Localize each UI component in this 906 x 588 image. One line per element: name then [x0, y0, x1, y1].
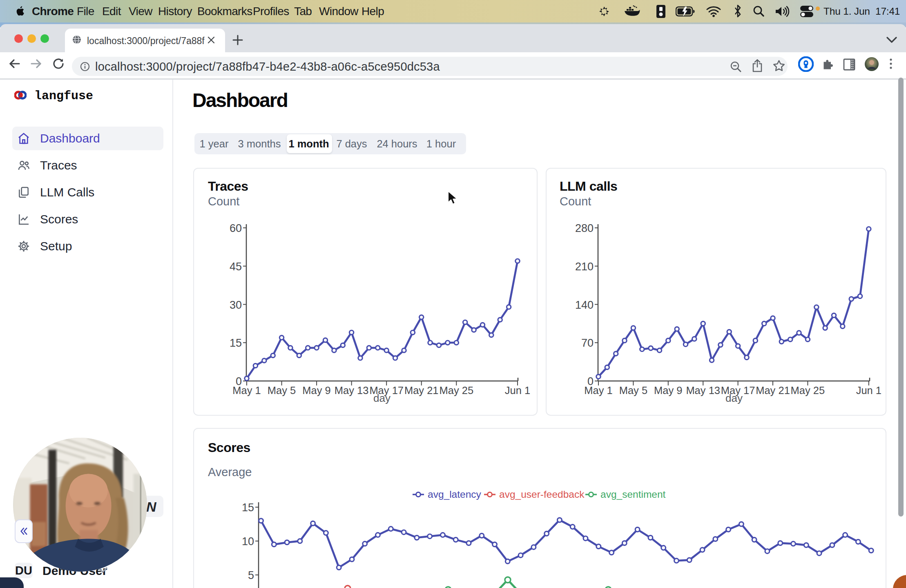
svg-text:May 5: May 5 [268, 385, 296, 396]
svg-text:Jun 1: Jun 1 [505, 385, 530, 396]
svg-text:May 21: May 21 [404, 385, 439, 396]
svg-text:May 21: May 21 [756, 385, 790, 396]
svg-text:15: 15 [242, 501, 254, 514]
svg-text:day: day [373, 392, 391, 404]
svg-text:30: 30 [230, 299, 242, 311]
svg-text:Jun 1: Jun 1 [856, 385, 881, 396]
svg-text:May 13: May 13 [686, 385, 720, 396]
svg-text:70: 70 [581, 337, 594, 349]
svg-text:140: 140 [575, 299, 594, 311]
svg-text:May 13: May 13 [335, 385, 369, 396]
svg-text:May 25: May 25 [439, 385, 473, 396]
svg-text:May 9: May 9 [654, 385, 682, 396]
svg-text:May 1: May 1 [232, 385, 261, 396]
svg-text:10: 10 [242, 535, 254, 548]
svg-text:day: day [725, 392, 743, 404]
svg-text:May 25: May 25 [791, 385, 825, 396]
svg-text:280: 280 [575, 222, 594, 234]
svg-text:May 9: May 9 [302, 385, 330, 396]
svg-text:15: 15 [230, 337, 242, 349]
svg-text:60: 60 [230, 222, 242, 234]
svg-text:45: 45 [230, 261, 242, 273]
svg-text:May 1: May 1 [584, 385, 612, 396]
svg-text:210: 210 [575, 261, 594, 273]
svg-text:5: 5 [248, 569, 254, 581]
svg-text:May 5: May 5 [619, 385, 647, 396]
